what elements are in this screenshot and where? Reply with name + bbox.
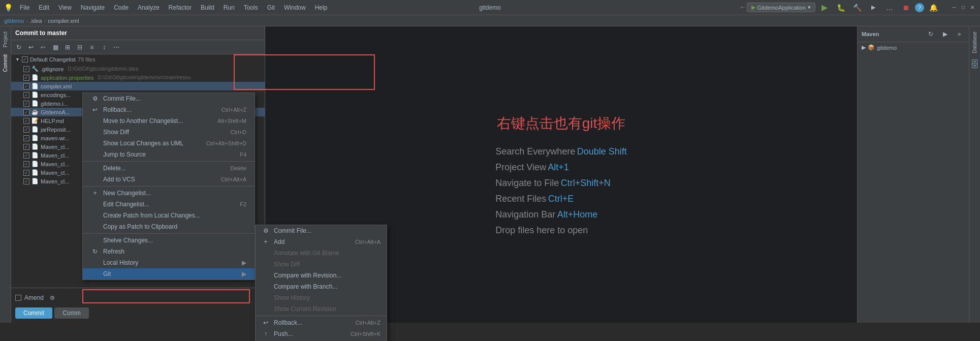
file-checkbox[interactable]: ✓ bbox=[23, 135, 29, 141]
rollback-btn[interactable]: ⤺ bbox=[38, 42, 49, 53]
changelist-checkbox[interactable]: ✓ bbox=[22, 56, 28, 63]
sidebar-tab-project[interactable]: Project bbox=[1, 28, 10, 50]
git-submenu-label: Commit File... bbox=[274, 227, 311, 234]
file-checkbox[interactable]: ✓ bbox=[23, 83, 29, 89]
database-tab[interactable]: Database bbox=[970, 28, 979, 56]
menu-run[interactable]: Run bbox=[219, 3, 239, 12]
breadcrumb-file[interactable]: compiler.xml bbox=[48, 18, 79, 24]
maven-run-btn[interactable]: ▶ bbox=[939, 28, 951, 40]
ctx-new-changelist[interactable]: + New Changelist... bbox=[83, 188, 255, 199]
menu-code[interactable]: Code bbox=[110, 3, 133, 12]
sort-btn[interactable]: ↕ bbox=[99, 42, 110, 53]
run-btn[interactable]: ▶ bbox=[817, 1, 832, 15]
group-btn[interactable]: ≡ bbox=[86, 42, 98, 53]
ctx-git[interactable]: Git ▶ bbox=[83, 268, 255, 280]
file-name: gitdemo.i... bbox=[41, 101, 68, 107]
close-btn[interactable]: ✕ bbox=[969, 4, 976, 11]
menu-window[interactable]: Window bbox=[280, 3, 310, 12]
menu-navigate[interactable]: Navigate bbox=[77, 3, 109, 12]
file-name: Maven_cl... bbox=[41, 144, 69, 150]
expand-btn[interactable]: ⊞ bbox=[62, 42, 73, 53]
ctx-shortcut: Ctrl+Alt+Z bbox=[221, 107, 246, 113]
ctx-add-vcs[interactable]: Add to VCS Ctrl+Alt+A bbox=[83, 174, 255, 185]
menu-view[interactable]: View bbox=[54, 3, 76, 12]
git-push[interactable]: ↑ Push... Ctrl+Shift+K bbox=[256, 328, 387, 339]
ctx-show-diff[interactable]: Show Diff Ctrl+D bbox=[83, 127, 255, 138]
more-run-btn[interactable]: … bbox=[882, 1, 897, 15]
ctx-jump-to-source[interactable]: Jump to Source F4 bbox=[83, 149, 255, 160]
help-btn[interactable]: ? bbox=[915, 3, 924, 12]
menu-refactor[interactable]: Refactor bbox=[165, 3, 196, 12]
ctx-shelve[interactable]: Shelve Changes... bbox=[83, 235, 255, 246]
ctx-refresh[interactable]: ↻ Refresh bbox=[83, 246, 255, 257]
ctx-copy-patch[interactable]: Copy as Patch to Clipboard bbox=[83, 221, 255, 232]
commit-and-push-button[interactable]: Comm bbox=[54, 307, 88, 319]
git-commit-file[interactable]: ⚙ Commit File... bbox=[256, 225, 387, 236]
debug-btn[interactable]: 🐛 bbox=[834, 1, 848, 15]
git-compare-branch[interactable]: Compare with Branch... bbox=[256, 281, 387, 292]
file-checkbox[interactable]: ✓ bbox=[23, 152, 29, 159]
filter-btn[interactable]: ⋯ bbox=[111, 42, 122, 53]
menu-file[interactable]: File bbox=[16, 3, 34, 12]
menu-git[interactable]: Git bbox=[263, 3, 279, 12]
ctx-create-patch[interactable]: Create Patch from Local Changes... bbox=[83, 210, 255, 221]
ctx-separator bbox=[83, 161, 255, 162]
git-submenu-label: Show Diff bbox=[274, 261, 300, 268]
file-checkbox[interactable]: ✓ bbox=[23, 75, 29, 81]
menu-tools[interactable]: Tools bbox=[240, 3, 262, 12]
hint-text-5: Navigation Bar bbox=[495, 209, 555, 220]
breadcrumb-project[interactable]: gitdemo bbox=[4, 18, 24, 24]
ctx-local-history[interactable]: Local History ▶ bbox=[83, 257, 255, 268]
ctx-rollback[interactable]: ↩ Rollback... Ctrl+Alt+Z bbox=[83, 104, 255, 115]
menu-build[interactable]: Build bbox=[197, 3, 218, 12]
ctx-move-changelist[interactable]: Move to Another Changelist... Alt+Shift+… bbox=[83, 115, 255, 127]
file-checkbox[interactable]: ✓ bbox=[23, 109, 29, 115]
database-icon[interactable]: 🗄 bbox=[970, 59, 979, 70]
ctx-delete[interactable]: Delete... Delete bbox=[83, 163, 255, 174]
maximize-btn[interactable]: □ bbox=[960, 4, 967, 11]
file-checkbox[interactable]: ✓ bbox=[23, 170, 29, 176]
file-checkbox[interactable]: ✓ bbox=[23, 92, 29, 98]
maven-expand-btn[interactable]: » bbox=[954, 28, 965, 40]
amend-checkbox[interactable] bbox=[15, 295, 21, 301]
menu-help[interactable]: Help bbox=[311, 3, 332, 12]
file-checkbox[interactable]: ✓ bbox=[23, 101, 29, 107]
file-item-active[interactable]: ✓ 📄 compiler.xml bbox=[11, 82, 265, 90]
stop-btn[interactable]: ⏹ bbox=[899, 1, 913, 15]
refresh-icon: ↻ bbox=[91, 248, 99, 255]
ctx-commit-file-2[interactable]: ⚙ Commit File... bbox=[83, 93, 255, 104]
file-checkbox[interactable]: ✓ bbox=[23, 144, 29, 150]
breadcrumb-folder[interactable]: .idea bbox=[30, 18, 42, 24]
ctx-shortcut: Ctrl+Alt+Z bbox=[355, 320, 381, 326]
file-item[interactable]: ✓ 📄 application.properties D:\Git\Git\gi… bbox=[11, 73, 265, 82]
file-checkbox[interactable]: ✓ bbox=[23, 66, 29, 72]
notification-btn[interactable]: 🔔 bbox=[926, 1, 940, 15]
commit-button[interactable]: Commit bbox=[15, 307, 52, 319]
file-checkbox[interactable]: ✓ bbox=[23, 127, 29, 133]
sidebar-tab-commit[interactable]: Commit bbox=[1, 51, 10, 75]
refresh-btn[interactable]: ↻ bbox=[13, 42, 24, 53]
ctx-edit-changelist[interactable]: Edit Changelist... F2 bbox=[83, 199, 255, 210]
file-checkbox[interactable]: ✓ bbox=[23, 178, 29, 184]
collapse-btn[interactable]: ⊟ bbox=[74, 42, 85, 53]
diff-btn[interactable]: ▦ bbox=[50, 42, 61, 53]
git-compare-revision[interactable]: Compare with Revision... bbox=[256, 270, 387, 281]
minimize-btn[interactable]: ─ bbox=[951, 4, 958, 11]
amend-settings-icon[interactable]: ⚙ bbox=[47, 292, 58, 303]
coverage-btn[interactable]: ▶ bbox=[866, 1, 880, 15]
changelist-header[interactable]: ▼ ✓ Default Changelist 79 files bbox=[11, 54, 265, 65]
menu-edit[interactable]: Edit bbox=[35, 3, 53, 12]
undo-btn[interactable]: ↩ bbox=[25, 42, 37, 53]
file-checkbox[interactable]: ✓ bbox=[23, 118, 29, 124]
maven-tree-item[interactable]: ▶ 📦 gitdemo bbox=[862, 44, 965, 51]
file-name: Maven_cl... bbox=[41, 178, 69, 184]
app-selector[interactable]: ▶ GitdemoApplication ▾ bbox=[747, 3, 815, 12]
build-btn[interactable]: 🔨 bbox=[850, 1, 864, 15]
git-rollback[interactable]: ↩ Rollback... Ctrl+Alt+Z bbox=[256, 317, 387, 328]
ctx-show-local-changes[interactable]: Show Local Changes as UML Ctrl+Alt+Shift… bbox=[83, 138, 255, 149]
maven-refresh-btn[interactable]: ↻ bbox=[925, 28, 936, 40]
file-item[interactable]: ✓ 🔧 .gitignore D:\Git\Git\gitcode\gitdem… bbox=[11, 65, 265, 73]
file-checkbox[interactable]: ✓ bbox=[23, 161, 29, 167]
menu-analyze[interactable]: Analyze bbox=[134, 3, 164, 12]
git-add[interactable]: + Add Ctrl+Alt+A bbox=[256, 236, 387, 247]
